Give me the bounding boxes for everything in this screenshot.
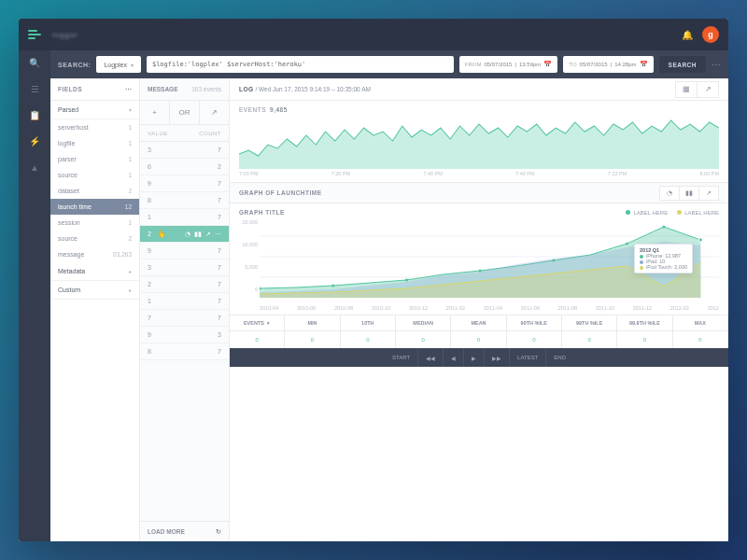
or-button[interactable]: OR: [170, 101, 200, 124]
svg-point-7: [552, 259, 555, 262]
calendar-icon: 📅: [640, 61, 648, 68]
trend-icon: ↗: [205, 231, 211, 238]
value-row[interactable]: 97: [140, 243, 229, 259]
field-group[interactable]: Custom▸: [50, 281, 139, 300]
events-count: 9,485: [270, 106, 288, 113]
bar-icon: ▮▮: [194, 231, 202, 238]
nav-rail: 🔍 ☰ 📋 ⚡ ▲: [19, 50, 50, 541]
value-row[interactable]: 2◔▮▮↗⋯: [140, 226, 229, 243]
field-row[interactable]: session1: [50, 215, 139, 231]
bar-icon[interactable]: ▮▮: [679, 186, 699, 201]
canvas: LOG / Wed Jun 17, 2015 9:14:19 – 10:35:0…: [230, 78, 728, 541]
grid-view-icon[interactable]: ▦: [675, 81, 698, 98]
value-row[interactable]: 77: [140, 310, 229, 327]
value-row[interactable]: 27: [140, 276, 229, 293]
logo-icon: [28, 26, 45, 43]
pager-button[interactable]: ◀◀: [418, 348, 444, 367]
chart-tooltip: 2012 Q1 iPhone: 12,987iPad: 10iPod Touch…: [634, 244, 693, 273]
source-select[interactable]: Logplex▾: [96, 56, 141, 73]
stats-col: MAX: [673, 315, 728, 331]
value-row[interactable]: 37: [140, 142, 229, 159]
chevron-down-icon: ▾: [131, 62, 134, 68]
field-row[interactable]: launch time12: [50, 199, 139, 215]
svg-point-4: [331, 285, 334, 287]
stats-col: 99.9TH %ILE: [617, 315, 672, 331]
alert-icon[interactable]: ▲: [28, 161, 41, 174]
stats-col: 10TH: [341, 315, 396, 331]
value-row[interactable]: 62: [140, 159, 229, 175]
stats-val: 0: [673, 331, 728, 348]
pager-button[interactable]: ◀: [444, 348, 464, 367]
field-row[interactable]: dataset2: [50, 183, 139, 199]
trend-icon[interactable]: ↗: [698, 186, 719, 201]
pager-button[interactable]: END: [546, 348, 573, 367]
stats-val: 0: [341, 331, 396, 348]
message-title: MESSAGE: [148, 86, 178, 92]
pager-button[interactable]: ▶: [464, 348, 485, 367]
events-label: EVENTS: [239, 106, 266, 113]
stats-val: 0: [396, 331, 451, 348]
field-row[interactable]: parser1: [50, 151, 139, 167]
field-row[interactable]: logfile1: [50, 135, 139, 151]
stats-val: 0: [507, 331, 562, 348]
stats-col: MIN: [285, 315, 340, 331]
message-subtitle: 163 events: [191, 86, 221, 92]
pie-icon[interactable]: ◔: [659, 186, 680, 201]
stats-val: 0: [562, 331, 617, 348]
trend-view-icon[interactable]: ↗: [697, 81, 719, 98]
value-row[interactable]: 93: [140, 327, 229, 343]
trend-button[interactable]: ↗: [200, 101, 229, 124]
events-sparkline: [239, 117, 719, 169]
search-input[interactable]: [147, 56, 454, 73]
search-icon[interactable]: 🔍: [28, 56, 41, 69]
list-icon[interactable]: ☰: [28, 82, 41, 95]
value-row[interactable]: 37: [140, 259, 229, 276]
refresh-icon: ↻: [216, 528, 221, 536]
value-row[interactable]: 87: [140, 343, 229, 360]
stats-val: 0: [230, 331, 285, 348]
launchtime-title: GRAPH OF LAUNCHTIME: [239, 189, 322, 196]
pie-icon: ◔: [185, 231, 190, 238]
clipboard-icon[interactable]: 📋: [28, 108, 41, 121]
pager: START◀◀◀▶▶▶LATESTEND: [230, 348, 728, 367]
load-more-button[interactable]: LOAD MORE ↻: [140, 521, 229, 541]
value-row[interactable]: 87: [140, 192, 229, 209]
main-chart: 15,00010,0005,0000: [239, 219, 719, 303]
to-range[interactable]: TO 05/07/2015 | 14:28pm 📅: [563, 56, 653, 73]
stats-val: 0: [451, 331, 506, 348]
field-row[interactable]: source2: [50, 231, 139, 246]
count-col: COUNT: [199, 131, 221, 136]
value-row[interactable]: 17: [140, 293, 229, 310]
value-row[interactable]: 97: [140, 175, 229, 192]
stats-col: 90TH %ILE: [507, 315, 562, 331]
bolt-icon[interactable]: ⚡: [28, 134, 41, 147]
stats-val: 0: [617, 331, 672, 348]
topbar: logger 🔔 g: [19, 19, 728, 50]
from-range[interactable]: FROM 05/07/2015 | 13:59pm 📅: [459, 56, 558, 73]
stats-col: 99TH %ILE: [562, 315, 617, 331]
field-row[interactable]: serverhost1: [50, 119, 139, 135]
svg-point-5: [405, 279, 408, 282]
field-group[interactable]: Metadata▸: [50, 262, 139, 281]
pager-button[interactable]: ▶▶: [485, 348, 510, 367]
notifications-icon[interactable]: 🔔: [682, 30, 693, 40]
pager-button[interactable]: LATEST: [510, 348, 546, 367]
search-button[interactable]: SEARCH: [659, 56, 706, 73]
log-range: Wed Jun 17, 2015 9:14:19 – 10:35:00 AM: [259, 86, 371, 92]
avatar[interactable]: g: [702, 26, 719, 43]
pager-button[interactable]: START: [385, 348, 418, 367]
field-group[interactable]: Parsed▾: [50, 101, 139, 119]
svg-point-3: [259, 287, 261, 290]
legend-item: LABEL HERE: [677, 210, 719, 216]
stats-col: MEDIAN: [396, 315, 451, 331]
legend-item: LABEL HERE: [626, 210, 668, 216]
add-button[interactable]: +: [140, 101, 170, 124]
value-row[interactable]: 17: [140, 209, 229, 226]
field-row[interactable]: source1: [50, 167, 139, 183]
stats-col[interactable]: EVENTS ▾: [230, 315, 285, 331]
more-icon[interactable]: ⋯: [125, 86, 133, 93]
fields-title: FIELDS: [58, 86, 82, 92]
search-label: SEARCH:: [58, 62, 91, 68]
more-icon[interactable]: ⋯: [712, 60, 721, 70]
field-row[interactable]: message03,263: [50, 246, 139, 262]
